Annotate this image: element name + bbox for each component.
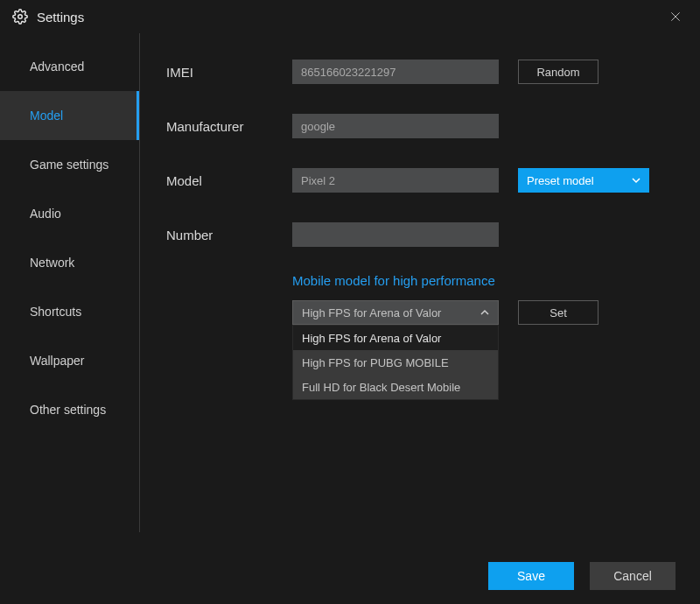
sidebar-item-label: Other settings [30, 403, 106, 417]
preset-model-label: Preset model [527, 174, 594, 187]
svg-point-0 [18, 15, 23, 19]
sidebar: Advanced Model Game settings Audio Netwo… [0, 33, 140, 532]
close-icon[interactable] [663, 4, 688, 29]
gear-icon [12, 9, 28, 25]
perf-select[interactable]: High FPS for Arena of Valor [292, 300, 499, 325]
row-model: Model Preset model [166, 168, 674, 193]
sidebar-item-audio[interactable]: Audio [0, 189, 139, 238]
manufacturer-label: Manufacturer [166, 119, 292, 134]
sidebar-item-other-settings[interactable]: Other settings [0, 385, 139, 434]
sidebar-item-label: Network [30, 256, 74, 270]
sidebar-item-label: Game settings [30, 158, 108, 172]
model-label: Model [166, 173, 292, 188]
perf-dropdown-list: High FPS for Arena of Valor High FPS for… [292, 325, 499, 400]
row-manufacturer: Manufacturer [166, 114, 674, 138]
imei-label: IMEI [166, 65, 292, 80]
sidebar-item-wallpaper[interactable]: Wallpaper [0, 336, 139, 385]
manufacturer-input[interactable] [292, 114, 499, 138]
chevron-up-icon [480, 308, 489, 317]
model-input[interactable] [292, 168, 499, 193]
sidebar-item-network[interactable]: Network [0, 238, 139, 287]
window-title: Settings [37, 10, 663, 25]
row-imei: IMEI Random [166, 60, 674, 84]
sidebar-item-label: Wallpaper [30, 354, 85, 368]
imei-input[interactable] [292, 60, 499, 84]
sidebar-item-label: Shortcuts [30, 305, 81, 319]
sidebar-item-game-settings[interactable]: Game settings [0, 140, 139, 189]
number-label: Number [166, 228, 292, 242]
number-input[interactable] [292, 222, 499, 247]
save-button[interactable]: Save [488, 562, 574, 590]
titlebar: Settings [0, 0, 700, 33]
perf-header: Mobile model for high performance [292, 273, 674, 288]
preset-model-dropdown[interactable]: Preset model [518, 168, 649, 193]
sidebar-item-label: Model [30, 109, 63, 123]
random-button[interactable]: Random [518, 60, 598, 84]
row-number: Number [166, 222, 674, 247]
sidebar-item-model[interactable]: Model [0, 91, 139, 140]
chevron-down-icon [632, 176, 640, 185]
perf-select-value: High FPS for Arena of Valor [302, 306, 441, 320]
sidebar-item-label: Audio [30, 207, 61, 221]
content-panel: IMEI Random Manufacturer Model Preset mo… [140, 33, 700, 532]
set-button[interactable]: Set [518, 300, 598, 325]
sidebar-item-shortcuts[interactable]: Shortcuts [0, 287, 139, 336]
perf-option[interactable]: High FPS for PUBG MOBILE [293, 350, 498, 375]
footer: Save Cancel [0, 548, 700, 604]
perf-option[interactable]: Full HD for Black Desert Mobile [293, 375, 498, 399]
sidebar-item-label: Advanced [30, 60, 84, 74]
sidebar-item-advanced[interactable]: Advanced [0, 42, 139, 91]
perf-option[interactable]: High FPS for Arena of Valor [293, 326, 498, 350]
cancel-button[interactable]: Cancel [590, 562, 676, 590]
